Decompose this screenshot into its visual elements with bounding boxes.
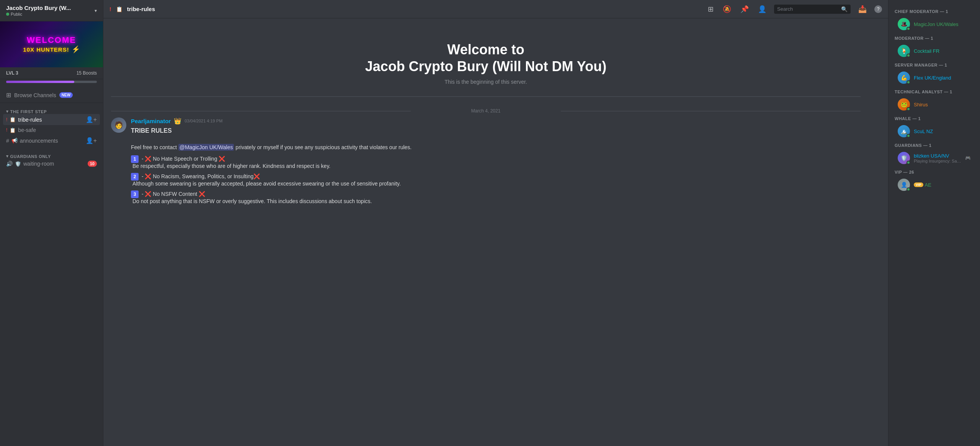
member-blizken[interactable]: 🛡️ blizken USA/NV Playing Insurgency: Sa… <box>892 150 977 166</box>
welcome-to-text: Welcome to <box>111 41 861 58</box>
rule-title-2: - ❌ No Racism, Swearing, Politics, or In… <box>142 173 260 179</box>
status-dot <box>906 27 910 31</box>
member-flex[interactable]: 💪 Flex UK/England <box>892 69 977 86</box>
rule-title-3: - ❌ No NSFW Content ❌ <box>142 191 205 197</box>
members-icon[interactable]: 👤 <box>756 3 768 15</box>
boost-progress-fill <box>6 81 74 83</box>
member-group-server-manager: SERVER MANAGER — 1 <box>889 60 980 69</box>
rule-3: 3 - ❌ No NSFW Content ❌ Do not post anyt… <box>131 190 861 204</box>
member-magicjon[interactable]: 🎩 MagicJon UK/Wales <box>892 16 977 33</box>
collapse-icon: ▾ <box>6 109 9 114</box>
search-icon: 🔍 <box>841 6 848 12</box>
member-status-text: Playing Insurgency: Sands... <box>914 159 961 163</box>
unread-badge: 10 <box>88 161 97 167</box>
channel-name: waiting-room <box>23 161 85 167</box>
members-sidebar: CHIEF MODERATOR — 1 🎩 MagicJon UK/Wales … <box>888 0 980 446</box>
member-scul[interactable]: 🏔️ ScuL NZ <box>892 123 977 140</box>
status-dot <box>906 80 910 84</box>
channel-header-name: tribe-rules <box>127 6 155 12</box>
member-group-mod: MODERATOR — 1 <box>889 33 980 42</box>
status-dot <box>906 187 910 191</box>
add-member-icon[interactable]: 👤+ <box>86 116 97 123</box>
channel-emoji: 📋 <box>10 117 16 122</box>
member-info: Cocktail FR <box>914 48 971 54</box>
member-name: ScuL NZ <box>914 129 971 134</box>
message-avatar[interactable]: 🧑 <box>111 117 126 133</box>
rule-1: 1 - ❌ No Hate Speech or Trolling ❌ Be re… <box>131 155 861 169</box>
rule-number-3: 3 <box>131 190 139 198</box>
channel-header-alert-icon: ! <box>109 6 111 12</box>
tribe-rules-title: TRIBE RULES <box>131 127 172 134</box>
member-avatar: 🎩 <box>898 18 910 30</box>
member-group-chief-mod: CHIEF MODERATOR — 1 <box>889 6 980 15</box>
member-avatar: 🛡️ <box>898 152 910 164</box>
member-info: MagicJon UK/Wales <box>914 21 971 27</box>
message-content: Pearljaminator 👑 03/04/2021 4:19 PM TRIB… <box>131 117 861 206</box>
channel-emoji: 📋 <box>10 127 16 133</box>
member-name: AE <box>925 182 931 188</box>
channel-group-header-first-step[interactable]: ▾ THE FIRST STEP <box>3 109 100 114</box>
rule-desc-1: Be respectful, especially those who are … <box>132 163 330 169</box>
member-name: Cocktail FR <box>914 48 971 54</box>
member-info: ScuL NZ <box>914 129 971 134</box>
member-avatar: 🍹 <box>898 45 910 57</box>
messages-area[interactable]: Welcome to Jacob Crypto Bury (Will Not D… <box>103 18 888 446</box>
message-intro-end: privately or myself if you see any suspi… <box>234 144 412 150</box>
channel-announcements[interactable]: # 📢 announcements 👤+ <box>3 135 100 146</box>
mention-tag[interactable]: @MagicJon UK/Wales <box>178 144 234 151</box>
channel-group-guardians: ▾ GUARDIANS ONLY 🔊 🛡️ waiting-room 10 <box>0 148 103 170</box>
member-name: Flex UK/England <box>914 75 971 81</box>
channel-name: be-safe <box>18 127 97 133</box>
channel-emoji: 📢 <box>11 138 18 143</box>
member-name: blizken USA/NV <box>914 153 961 159</box>
inbox-icon[interactable]: 📥 <box>857 3 868 15</box>
channel-group-first-step: ▾ THE FIRST STEP ! 📋 tribe-rules 👤+ ! 📋 … <box>0 103 103 148</box>
game-controller-icon: 🎮 <box>965 155 971 161</box>
channel-waiting-room[interactable]: 🔊 🛡️ waiting-room 10 <box>3 159 100 169</box>
message-timestamp: 03/04/2021 4:19 PM <box>185 119 222 123</box>
help-icon[interactable]: ? <box>874 5 882 13</box>
hash-icon: # <box>6 138 9 144</box>
hashtag-icon[interactable]: ⊞ <box>706 3 715 15</box>
status-dot <box>906 54 910 57</box>
channel-group-header-guardians[interactable]: ▾ GUARDIANS ONLY <box>3 154 100 159</box>
banner-subtitle: 10X HUNTERS! <box>23 46 69 53</box>
browse-channels-button[interactable]: ⊞ Browse Channels NEW <box>0 88 103 103</box>
member-cocktail[interactable]: 🍹 Cocktail FR <box>892 42 977 59</box>
channel-header-emoji: 📋 <box>116 6 122 12</box>
channel-emoji: 🛡️ <box>15 161 21 167</box>
banner-welcome-text: WELCOME <box>23 35 80 45</box>
rule-title-1: - ❌ No Hate Speech or Trolling ❌ <box>142 156 225 162</box>
status-dot <box>906 161 910 164</box>
member-info: VIP AE <box>914 182 971 188</box>
member-shirus[interactable]: 🐸 Shirus <box>892 96 977 113</box>
server-name: Jacob Crypto Bury (W... <box>6 5 71 11</box>
bell-muted-icon[interactable]: 🔕 <box>721 3 733 15</box>
public-badge: Public <box>6 11 71 16</box>
welcome-server-name: Jacob Crypto Bury (Will Not DM You) <box>111 58 861 76</box>
message-header: Pearljaminator 👑 03/04/2021 4:19 PM <box>131 117 861 125</box>
add-member-icon[interactable]: 👤+ <box>86 137 97 144</box>
pin-icon[interactable]: 📌 <box>739 3 750 15</box>
search-bar[interactable]: Search 🔍 <box>774 5 851 14</box>
member-info: Flex UK/England <box>914 75 971 81</box>
boost-progress-container <box>0 79 103 88</box>
main-content: ! 📋 tribe-rules ⊞ 🔕 📌 👤 Search 🔍 📥 ? Wel… <box>103 0 888 446</box>
channel-tribe-rules[interactable]: ! 📋 tribe-rules 👤+ <box>3 114 100 125</box>
rule-2: 2 - ❌ No Racism, Swearing, Politics, or … <box>131 173 861 187</box>
channel-be-safe[interactable]: ! 📋 be-safe <box>3 125 100 135</box>
vip-badge: VIP <box>914 182 923 187</box>
member-ae[interactable]: 👤 VIP AE <box>892 176 977 193</box>
boost-bar: LVL 3 15 Boosts <box>0 67 103 79</box>
member-avatar: 🐸 <box>898 98 910 111</box>
channel-name: tribe-rules <box>18 117 83 123</box>
date-separator: March 4, 2021 <box>111 108 861 114</box>
boosts-text[interactable]: 15 Boosts <box>77 70 97 76</box>
member-avatar: 💪 <box>898 72 910 84</box>
server-header[interactable]: Jacob Crypto Bury (W... Public ▾ <box>0 0 103 21</box>
message-author[interactable]: Pearljaminator <box>131 118 171 124</box>
new-badge: NEW <box>59 92 73 98</box>
search-bar-placeholder: Search <box>777 6 839 12</box>
rule-number-1: 1 <box>131 155 139 163</box>
avatar-image: 🧑 <box>111 117 126 133</box>
